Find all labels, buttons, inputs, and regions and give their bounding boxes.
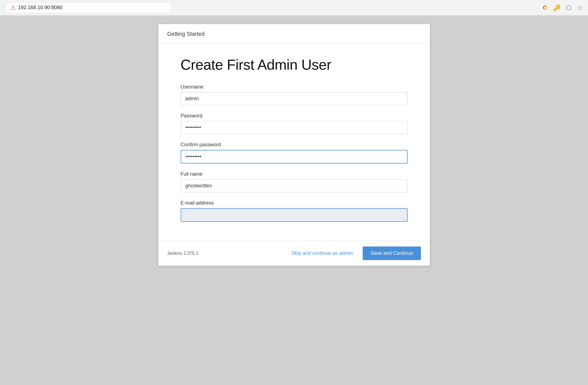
- panel-header-title: Getting Started: [167, 31, 205, 37]
- panel-footer: Jenkins 2.375.1 Skip and continue as adm…: [158, 241, 430, 266]
- confirm-password-field-group: Confirm password: [181, 142, 408, 163]
- password-label: Password: [181, 113, 408, 119]
- skip-continue-button[interactable]: Skip and continue as admin: [287, 246, 357, 260]
- panel-header: Getting Started: [158, 24, 430, 43]
- version-label: Jenkins 2.375.1: [167, 251, 198, 256]
- address-bar[interactable]: ⚠ 192.168.10.90:8080: [6, 2, 172, 13]
- share-icon[interactable]: ⬡: [566, 4, 571, 11]
- form-title: Create First Admin User: [181, 56, 408, 73]
- username-label: Username: [181, 84, 408, 90]
- full-name-input[interactable]: [181, 179, 408, 192]
- save-continue-button[interactable]: Save and Continue: [363, 246, 421, 260]
- username-field-group: Username: [181, 84, 408, 105]
- password-input[interactable]: [181, 121, 408, 134]
- url-display: 192.168.10.90:8080: [18, 5, 62, 11]
- email-label: E-mail address: [181, 200, 408, 206]
- page-background: Getting Started Create First Admin User …: [0, 16, 588, 385]
- username-input[interactable]: [181, 92, 408, 105]
- password-field-group: Password: [181, 113, 408, 134]
- footer-actions: Skip and continue as admin Save and Cont…: [287, 246, 421, 260]
- google-icon[interactable]: G: [543, 4, 547, 11]
- confirm-password-label: Confirm password: [181, 142, 408, 148]
- email-input[interactable]: [181, 208, 408, 222]
- panel-body: Create First Admin User Username Passwor…: [158, 43, 430, 241]
- full-name-label: Full name: [181, 171, 408, 177]
- bookmark-icon[interactable]: ☆: [577, 4, 582, 11]
- confirm-password-input[interactable]: [181, 150, 408, 163]
- not-secure-icon: ⚠: [10, 4, 16, 11]
- email-field-group: E-mail address: [181, 200, 408, 222]
- browser-chrome: ⚠ 192.168.10.90:8080 G 🔑 ⬡ ☆: [0, 0, 588, 16]
- main-panel: Getting Started Create First Admin User …: [158, 24, 430, 266]
- full-name-field-group: Full name: [181, 171, 408, 192]
- key-icon[interactable]: 🔑: [553, 4, 561, 11]
- browser-actions: G 🔑 ⬡ ☆: [543, 4, 582, 11]
